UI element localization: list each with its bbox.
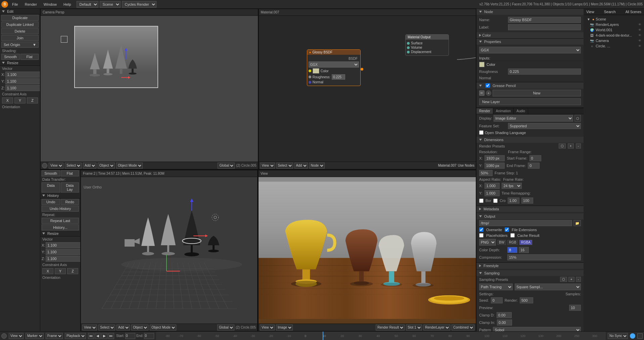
border-x-input[interactable] — [508, 198, 519, 204]
ortho-view-select[interactable]: View — [82, 325, 97, 331]
skip-start-button[interactable]: ⏮ — [88, 333, 94, 339]
image-editor-select[interactable]: Image Editor — [494, 115, 573, 122]
start-frame-input[interactable] — [530, 155, 541, 161]
play-button[interactable]: ▶ — [101, 333, 107, 339]
preview-samples-input[interactable] — [569, 305, 581, 311]
no-sync-select[interactable]: No Sync — [608, 333, 628, 339]
image-select[interactable]: Image — [276, 325, 293, 331]
metadata-title[interactable]: Metadata — [476, 206, 584, 212]
vector-z-input[interactable] — [5, 85, 40, 91]
aspect-y-input[interactable] — [485, 190, 500, 196]
data-lay-btn[interactable]: Data Lay — [61, 182, 79, 193]
node-box-material[interactable]: Material Output Surface Volume — [405, 34, 449, 56]
engine-select[interactable]: Cycles Render — [122, 1, 156, 8]
dimensions-title[interactable]: Dimensions — [476, 137, 584, 143]
pencil-tool-icon[interactable]: ✏ — [479, 90, 485, 96]
join-button[interactable]: Join — [1, 35, 39, 41]
node-add-select[interactable]: Add — [294, 163, 308, 169]
axis-x-button[interactable]: X — [2, 97, 13, 103]
repeat-last-button[interactable]: Repeat Last — [42, 218, 79, 224]
history-button[interactable]: History... — [42, 224, 79, 230]
pct-input[interactable] — [479, 170, 493, 176]
pattern-select[interactable]: Sobol — [493, 327, 581, 331]
viewport-3d-camera[interactable]: Camera Persp View Select Add Object — [40, 9, 259, 169]
menu-help[interactable]: Help — [61, 2, 74, 7]
presets-remove[interactable]: - — [576, 143, 581, 148]
label-input[interactable] — [508, 24, 581, 30]
render-samples-input[interactable] — [520, 297, 533, 303]
vector-x-input[interactable] — [5, 72, 40, 78]
feature-set-select[interactable]: Supported — [508, 123, 581, 129]
resize-section-title[interactable]: Resize — [0, 60, 40, 66]
roughness-prop-input[interactable] — [508, 69, 581, 75]
overwrite-checkbox[interactable] — [479, 227, 484, 232]
compression-input[interactable] — [507, 254, 581, 260]
roughness-input[interactable] — [332, 74, 345, 80]
bw-btn[interactable]: BW — [497, 240, 506, 245]
delete-button[interactable]: Delete — [1, 28, 39, 34]
timeline-area[interactable]: -80 -70 -60 -50 -40 -30 -20 -10 0 10 20 … — [156, 332, 606, 340]
res-y-input[interactable] — [485, 163, 505, 169]
keyframe-icon[interactable] — [637, 333, 643, 339]
tab-render[interactable]: Render — [476, 108, 493, 114]
node-view-select[interactable]: View — [260, 163, 275, 169]
path-tracing-select[interactable]: Path Tracing — [479, 284, 513, 290]
seed-input[interactable] — [491, 297, 503, 303]
history-section[interactable]: History — [40, 193, 80, 199]
marker-select[interactable]: Marker — [26, 333, 44, 339]
presets-add[interactable]: + — [568, 143, 574, 148]
end-frame-input[interactable] — [528, 163, 540, 169]
placeholders-checkbox[interactable] — [479, 233, 484, 238]
res-x-input[interactable] — [485, 155, 505, 161]
render-result-select[interactable]: Render Result — [376, 325, 405, 331]
fps-select[interactable]: 24 fps — [502, 183, 522, 189]
output-title[interactable]: Output — [476, 213, 584, 219]
clamp-d-input[interactable] — [497, 312, 512, 318]
tree-item-world[interactable]: 🌍 World.001 👁 — [585, 27, 643, 33]
viewport-mode-icon[interactable] — [42, 163, 47, 168]
vec-y-input-2[interactable] — [46, 249, 81, 255]
color-swatch[interactable] — [313, 68, 319, 74]
tree-item-texture[interactable]: 🖼 4-dark-wood-tile-textur... 👁 — [585, 33, 643, 38]
sampling-title[interactable]: Sampling — [476, 270, 584, 276]
frame-select[interactable]: Frame — [46, 333, 63, 339]
pivot-select[interactable]: Global — [218, 163, 235, 169]
color-depth-8-input[interactable] — [507, 247, 517, 253]
distribution-select[interactable]: GGX — [309, 61, 359, 68]
audio-scrub-icon[interactable] — [630, 333, 635, 339]
ortho-select-select[interactable]: Select — [98, 325, 115, 331]
duplicate-button[interactable]: Duplicate — [1, 15, 39, 21]
end-frame-ctrl[interactable] — [144, 333, 154, 339]
redo-button[interactable]: Redo — [61, 199, 79, 205]
tab-audio[interactable]: Audio — [514, 108, 528, 114]
color-input-swatch[interactable] — [479, 62, 485, 67]
node-box-glossy[interactable]: ● Glossy BSDF BSDF GGX — [307, 49, 361, 86]
presets-expand[interactable]: ⬡ — [559, 143, 566, 148]
layout-select[interactable]: Default — [77, 1, 98, 8]
axis-y-button[interactable]: Y — [14, 97, 26, 103]
edit-section-title[interactable]: Edit — [0, 9, 40, 14]
color-section-title[interactable]: Color — [476, 32, 584, 39]
new-gp-button[interactable]: New — [493, 90, 581, 96]
color-depth-16-input[interactable] — [519, 247, 529, 253]
border-checkbox[interactable] — [479, 199, 484, 203]
square-sample-select[interactable]: Square Sampl... — [515, 284, 581, 290]
tab-animation[interactable]: Animation — [493, 108, 514, 114]
tree-item-scene[interactable]: ▼ ● Scene — [585, 16, 643, 22]
output-path-input[interactable] — [479, 220, 572, 226]
select-mode-select[interactable]: Select — [65, 163, 82, 169]
file-extensions-checkbox[interactable] — [505, 227, 509, 232]
grease-pencil-checkbox[interactable] — [486, 83, 490, 88]
properties-section-title[interactable]: Properties — [476, 39, 584, 45]
aspect-x-input[interactable] — [485, 183, 500, 189]
duplicate-linked-button[interactable]: Duplicate Linked — [1, 22, 39, 28]
ortho-pivot-select[interactable]: Global — [217, 325, 234, 331]
object-mode-dropdown[interactable]: Object Mode — [116, 163, 143, 169]
freestyle-title[interactable]: Freestyle — [476, 263, 584, 269]
object-mode-select[interactable]: Object — [98, 163, 115, 169]
name-input[interactable] — [508, 17, 581, 23]
timeline-view-select[interactable]: View — [9, 333, 24, 339]
vec-x-input-2[interactable] — [46, 242, 81, 248]
slot-select[interactable]: Slot 1 — [406, 325, 422, 331]
undo-button[interactable]: Undo — [42, 199, 60, 205]
